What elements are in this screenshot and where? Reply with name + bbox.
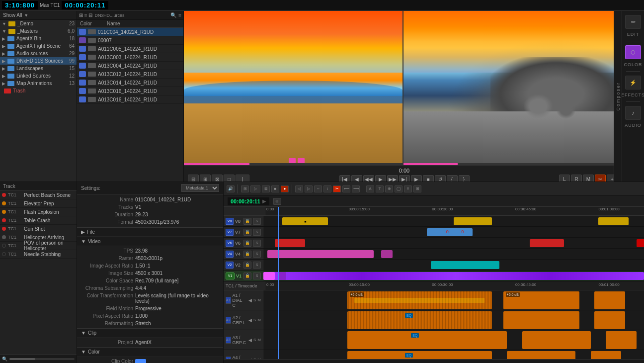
a4-content[interactable]: EQ [263, 350, 644, 359]
v1-lock[interactable]: 🔒 [243, 272, 251, 279]
v1-s[interactable]: S [253, 272, 261, 279]
bin-color-list[interactable]: 011C004_140224_R1UD 00007 A011C005_14022… [77, 28, 183, 182]
mark-in-btn[interactable]: { [447, 175, 458, 182]
menu-icon[interactable]: ≡ [178, 12, 181, 18]
a3-clip-2[interactable] [522, 331, 591, 349]
v4-enable[interactable]: V4 [226, 251, 234, 258]
step-back-btn[interactable]: |◀ [339, 175, 350, 182]
v2-enable[interactable]: V2 [226, 262, 234, 269]
bin-item-audio[interactable]: ▶ Audio sources 29 [0, 50, 77, 57]
play-btn[interactable]: ▶ [375, 175, 386, 182]
a2-content[interactable]: EQ [263, 310, 644, 330]
tl-btn-14[interactable]: T [376, 185, 384, 192]
bin-color-item-1[interactable]: 00007 [77, 36, 183, 45]
bin-item-linked[interactable]: ▶ Linked Sources 12 [0, 72, 77, 80]
mark-out-btn[interactable]: } [459, 175, 470, 182]
rewind-btn[interactable]: ◀◀ [363, 175, 374, 182]
clip-v2-1[interactable] [431, 261, 499, 269]
step-fwd-btn[interactable]: ▶ [411, 175, 422, 182]
track-item-flash[interactable]: TC1 Flash Explosion [0, 208, 77, 216]
bin-color-item-6[interactable]: A013C014_140224_R1UD [77, 79, 183, 87]
grid-btn[interactable]: ⊞ [200, 175, 211, 182]
tl-btn-9[interactable]: ↕ [323, 185, 331, 192]
clip-v1-main[interactable] [267, 272, 644, 280]
color-tool-btn[interactable]: ⬡ [625, 45, 641, 59]
bin-item-agentx-fight[interactable]: ▶ AgentX Fight Scene 64 [0, 42, 77, 50]
audio-r-btn[interactable]: R [571, 175, 582, 182]
tl-btn-12[interactable]: ⟶ [352, 185, 360, 192]
clip-v7-1[interactable] [427, 228, 473, 236]
edit-tool-btn[interactable]: ✏ [625, 15, 641, 29]
v7-s[interactable]: S [253, 229, 261, 236]
clip-btn[interactable]: □ [224, 175, 235, 182]
bin-item-demo[interactable]: ▼ _Demo 23 [0, 20, 77, 27]
bin-color-item-4[interactable]: A013C004_140224_R1UD [77, 62, 183, 70]
section-file[interactable]: ▶ File [77, 227, 223, 237]
a4-enable[interactable]: A4 [226, 357, 231, 360]
a4-clip-2[interactable] [507, 351, 575, 359]
bin-color-item-8[interactable]: A013C016_140224_R1UD [77, 95, 183, 104]
v6-content[interactable] [263, 238, 644, 248]
track-item-table-crash[interactable]: TC1 Table Crash [0, 216, 77, 225]
bin-item-agentx-bin[interactable]: ▶ AgentX Bin 18 [0, 35, 77, 42]
a2-enable[interactable]: A2 [226, 317, 231, 324]
bin-item-dnxhd[interactable]: ▶ DNxHD 11S Sources 99 [0, 57, 77, 65]
tl-audio-btn[interactable]: 🔊 [227, 185, 235, 192]
a1-enable[interactable]: A1 [226, 297, 231, 304]
a2-clip-2[interactable] [503, 311, 579, 329]
v1-content[interactable] [263, 271, 644, 281]
clip-v6-1[interactable] [275, 239, 305, 247]
tl-btn-18[interactable]: ⊞ [413, 185, 421, 192]
tl-btn-16[interactable]: ◯ [395, 185, 402, 192]
a3-enable[interactable]: A3 [226, 337, 231, 344]
v2-lock[interactable]: 🔒 [243, 262, 251, 269]
a3-clip-3[interactable] [606, 331, 636, 349]
mark-btn[interactable]: | [236, 175, 249, 182]
bin-item-trash[interactable]: Trash [0, 87, 77, 94]
section-clip[interactable]: ▼ Clip [77, 328, 223, 338]
track-item-needle[interactable]: TC1 Needle Stabbing [0, 250, 77, 259]
a3-content[interactable]: EQ [263, 330, 644, 350]
audio-mute-btn[interactable]: M [583, 175, 594, 182]
a1-clip-3[interactable] [594, 291, 625, 309]
track-item-elevator[interactable]: TC1 Elevator Prep [0, 199, 77, 208]
section-color[interactable]: ▼ Color [77, 347, 223, 357]
clip-v8-1[interactable]: ■ [282, 217, 328, 225]
a1-clip-1[interactable]: +5.0 dB [347, 291, 492, 309]
tl-btn-4[interactable]: ■ [271, 185, 279, 192]
v6-enable[interactable]: V6 [226, 240, 234, 247]
clip-v6-2[interactable] [530, 239, 564, 247]
ff-btn[interactable]: ▶▶ [387, 175, 398, 182]
effects-tool-btn[interactable]: ⚡ [625, 76, 641, 90]
clip-v1-start1[interactable] [263, 272, 275, 280]
clip-v4-1[interactable] [267, 250, 374, 258]
metadata-select[interactable]: Metadata.1 [181, 184, 219, 192]
v2-content[interactable] [263, 260, 644, 270]
v7-lock[interactable]: 🔒 [243, 229, 251, 236]
bin-color-item-7[interactable]: A013C016_140224_R1UD [77, 87, 183, 95]
tl-btn-6[interactable]: ◁ [295, 185, 303, 192]
tl-snap-btn[interactable]: ⊕ [273, 198, 281, 205]
v4-lock[interactable]: 🔒 [243, 251, 251, 258]
zoom-icon[interactable]: 🔍 [2, 357, 7, 362]
clip-v4-2[interactable] [381, 250, 393, 258]
v4-content[interactable] [263, 249, 644, 259]
loop-btn[interactable]: ↺ [435, 175, 446, 182]
a3-clip-1[interactable]: EQ [347, 331, 507, 349]
v8-content[interactable]: ■ [263, 216, 644, 226]
v7-content[interactable]: 0 0 [263, 227, 644, 237]
track-item-gun-shot[interactable]: TC1 Gun Shot [0, 225, 77, 233]
bin-item-landscapes[interactable]: ▶ Landscapes 15 [0, 65, 77, 72]
a1-content[interactable]: +5.0 dB +5.0 dB [263, 290, 644, 310]
tl-btn-2[interactable]: ▷ [250, 185, 260, 192]
v6-lock[interactable]: 🔒 [243, 240, 251, 247]
a1-clip-2[interactable]: +5.0 dB [503, 291, 579, 309]
tl-btn-8[interactable]: ↔ [314, 185, 322, 192]
v7-enable[interactable]: V7 [226, 229, 234, 236]
goto-start-btn[interactable]: ⊟ [188, 175, 199, 182]
v6-s[interactable]: S [253, 240, 261, 247]
layout-btn[interactable]: ⊠ [212, 175, 223, 182]
tl-btn-1[interactable]: ⊞ [241, 185, 249, 192]
bin-color-item-3[interactable]: A013C003_140224_R1UD [77, 53, 183, 62]
horizontal-scrollbar[interactable] [9, 358, 75, 360]
